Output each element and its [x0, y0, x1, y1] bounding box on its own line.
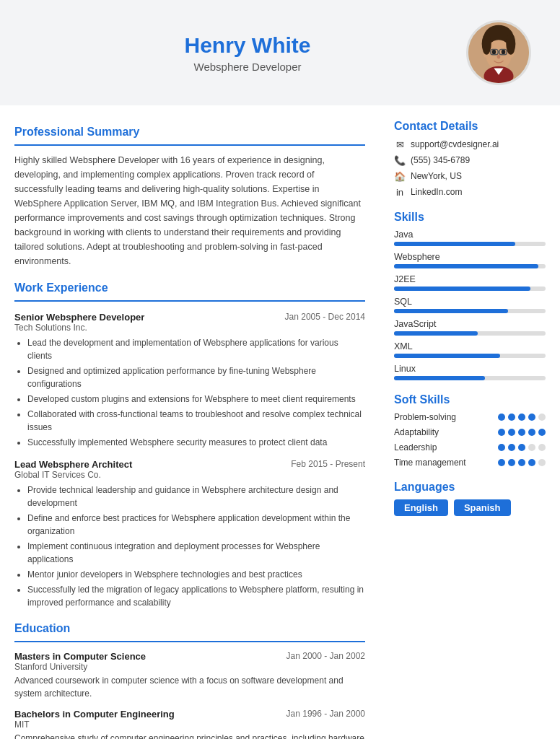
contact-text: support@cvdesigner.ai [411, 139, 499, 149]
dot-filled [538, 429, 546, 436]
soft-skill-item: Time management [394, 458, 546, 468]
education-item: Bachelors in Computer Engineering Jan 19… [14, 709, 365, 739]
contact-section: Contact Details ✉support@cvdesigner.ai📞(… [394, 120, 546, 198]
language-badge: Spanish [454, 499, 511, 516]
skill-bar-fill [394, 376, 485, 380]
dots-container [498, 459, 546, 466]
language-badge: English [394, 499, 448, 516]
dot-filled [528, 459, 535, 466]
edu-degree: Masters in Computer Science [14, 651, 146, 662]
dot-filled [498, 459, 505, 466]
skill-name: JavaScript [394, 319, 546, 329]
job-title: Lead Websphere Architect [14, 459, 132, 470]
right-column: Contact Details ✉support@cvdesigner.ai📞(… [394, 113, 546, 739]
soft-skill-name: Leadership [394, 442, 437, 452]
work-divider [14, 300, 365, 302]
contact-title: Contact Details [394, 120, 546, 133]
edu-school: MIT [14, 720, 365, 730]
list-item: Mentor junior developers in Websphere te… [27, 568, 365, 581]
dot-filled [498, 444, 505, 451]
languages-list: EnglishSpanish [394, 499, 546, 516]
skill-bar-fill [394, 242, 515, 246]
list-item: Collaborated with cross-functional teams… [27, 408, 365, 434]
jobs-list: Senior Websphere Developer Jan 2005 - De… [14, 312, 365, 609]
skill-item: J2EE [394, 274, 546, 291]
svg-point-14 [506, 33, 515, 55]
soft-skills-list: Problem-solving Adaptability Leadership … [394, 412, 546, 468]
svg-point-3 [492, 50, 496, 55]
skills-section: Skills Java Websphere J2EE SQL JavaScrip… [394, 211, 546, 380]
list-item: Define and enforce best practices for We… [27, 512, 365, 538]
dot-filled [508, 444, 515, 451]
skill-item: XML [394, 341, 546, 358]
job-bullets: Provide technical leadership and guidanc… [14, 484, 365, 609]
avatar-image [468, 20, 529, 85]
skill-name: Java [394, 229, 546, 240]
dot-filled [498, 414, 505, 421]
summary-section: Professional Summary Highly skilled Webs… [14, 126, 365, 268]
list-item: Provide technical leadership and guidanc… [27, 484, 365, 510]
job-company: Tech Solutions Inc. [14, 323, 365, 333]
dot-empty [538, 459, 546, 466]
list-item: Lead the development and implementation … [27, 336, 365, 362]
contact-icon: ✉ [394, 139, 406, 150]
education-item: Masters in Computer Science Jan 2000 - J… [14, 651, 365, 700]
edu-desc: Advanced coursework in computer science … [14, 674, 365, 700]
summary-title: Professional Summary [14, 126, 365, 139]
skill-item: JavaScript [394, 319, 546, 336]
skill-bar [394, 242, 546, 246]
skill-item: Linux [394, 364, 546, 380]
skills-title: Skills [394, 211, 546, 224]
svg-point-8 [497, 55, 501, 59]
contact-icon: in [394, 186, 406, 198]
contact-item: 📞(555) 345-6789 [394, 154, 546, 166]
summary-text: Highly skilled Websphere Developer with … [14, 153, 365, 268]
skill-item: Websphere [394, 252, 546, 268]
svg-point-4 [502, 50, 506, 55]
job-date: Feb 2015 - Present [291, 459, 365, 469]
contact-list: ✉support@cvdesigner.ai📞(555) 345-6789🏠Ne… [394, 139, 546, 198]
languages-title: Languages [394, 481, 546, 494]
skill-name: XML [394, 341, 546, 351]
list-item: Implement continuous integration and dep… [27, 540, 365, 566]
soft-skill-item: Leadership [394, 442, 546, 452]
work-experience-section: Work Experience Senior Websphere Develop… [14, 281, 365, 609]
dots-container [498, 444, 546, 451]
education-section: Education Masters in Computer Science Ja… [14, 622, 365, 739]
dot-filled [498, 429, 505, 436]
languages-section: Languages EnglishSpanish [394, 481, 546, 516]
edu-date: Jan 2000 - Jan 2002 [286, 651, 365, 661]
soft-skill-name: Problem-solving [394, 412, 456, 422]
skill-name: Websphere [394, 252, 546, 262]
dot-filled [508, 414, 515, 421]
contact-icon: 🏠 [394, 170, 406, 182]
dot-empty [538, 444, 546, 451]
dot-filled [518, 459, 525, 466]
contact-item: ✉support@cvdesigner.ai [394, 139, 546, 150]
job-date: Jan 2005 - Dec 2014 [285, 312, 365, 322]
soft-skills-section: Soft Skills Problem-solving Adaptability… [394, 393, 546, 468]
job-company: Global IT Services Co. [14, 470, 365, 480]
list-item: Successfully led the migration of legacy… [27, 583, 365, 609]
skill-bar [394, 331, 546, 336]
skills-list: Java Websphere J2EE SQL JavaScript XML L… [394, 229, 546, 380]
skill-bar [394, 354, 546, 358]
skill-bar-fill [394, 331, 478, 336]
resume-page: Henry White Websphere Developer [0, 0, 560, 739]
soft-skills-title: Soft Skills [394, 393, 546, 406]
dot-filled [508, 429, 515, 436]
candidate-name: Henry White [29, 33, 466, 58]
candidate-title: Websphere Developer [29, 61, 466, 73]
dot-filled [508, 459, 515, 466]
dot-filled [528, 414, 535, 421]
education-divider [14, 641, 365, 642]
dot-filled [518, 444, 525, 451]
main-layout: Professional Summary Highly skilled Webs… [0, 113, 560, 739]
skill-bar [394, 264, 546, 268]
edu-school: Stanford University [14, 662, 365, 672]
soft-skill-item: Adaptability [394, 427, 546, 437]
list-item: Successfully implemented Websphere secur… [27, 436, 365, 449]
skill-name: Linux [394, 364, 546, 374]
skill-item: SQL [394, 297, 546, 313]
avatar [466, 20, 531, 85]
